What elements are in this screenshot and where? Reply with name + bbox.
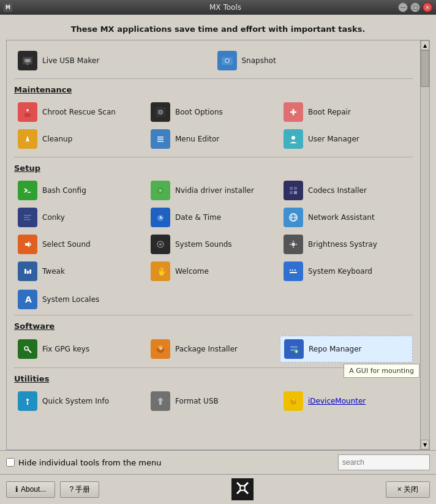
datetime-icon — [151, 208, 170, 227]
app-item-date-time[interactable]: Date & Time — [147, 205, 280, 230]
hide-tools-checkbox[interactable] — [6, 458, 15, 467]
app-item-system-sounds[interactable]: System Sounds — [147, 231, 280, 257]
scroll-panel[interactable]: Live USB Maker Snapshot — [6, 40, 420, 450]
user-manager-label: User Manager — [308, 135, 359, 143]
app-item-quick-system-info[interactable]: Quick System Info — [14, 388, 147, 414]
app-item-user-manager[interactable]: User Manager — [280, 126, 413, 152]
app-item-codecs-installer[interactable]: Codecs Installer — [280, 178, 413, 203]
scroll-down-button[interactable]: ▼ — [421, 440, 429, 449]
scroll-track[interactable] — [421, 50, 429, 440]
welcome-icon: ✋ — [151, 261, 170, 281]
fix-gpg-label: Fix GPG keys — [42, 345, 89, 353]
svg-text:+: + — [159, 345, 164, 352]
locales-icon: A — [18, 290, 37, 309]
app-item-bash-config[interactable]: Bash Config — [14, 178, 147, 203]
format-usb-label: Format USB — [175, 397, 219, 405]
repo-label: Repo Manager — [309, 345, 362, 353]
manual-label: ? 手册 — [69, 484, 90, 495]
svg-rect-34 — [290, 191, 293, 194]
svg-rect-21 — [157, 137, 164, 138]
svg-rect-33 — [294, 187, 297, 190]
app-item-welcome[interactable]: ✋ Welcome — [147, 258, 280, 284]
app-item-conky[interactable]: Conky — [14, 205, 147, 230]
app-item-boot-repair[interactable]: Boot Repair — [280, 99, 413, 125]
scrollbar[interactable]: ▲ ▼ — [420, 40, 430, 450]
footer-bar: ℹ About... ? 手册 × 关闭 — [0, 474, 436, 504]
app-item-nvidia-driver[interactable]: Nvidia driver installer — [147, 178, 280, 203]
app-item-fix-gpg-keys[interactable]: Fix GPG keys — [14, 336, 147, 363]
scroll-up-button[interactable]: ▲ — [421, 40, 429, 50]
svg-rect-38 — [24, 217, 29, 219]
fix-gpg-icon — [18, 339, 37, 359]
bash-icon — [18, 181, 37, 200]
app-item-system-keyboard[interactable]: System Keyboard — [280, 258, 413, 284]
manual-button[interactable]: ? 手册 — [60, 481, 99, 498]
quickinfo-icon — [18, 391, 37, 411]
app-item-snapshot[interactable]: Snapshot — [214, 48, 413, 73]
software-grid: Fix GPG keys + Package Installer Repo Ma… — [14, 333, 413, 365]
menu-editor-icon — [151, 129, 170, 149]
conky-icon — [18, 208, 37, 227]
app-item-menu-editor[interactable]: Menu Editor — [147, 126, 280, 152]
tooltip-box: A GUI for mounting — [344, 364, 419, 378]
maintenance-grid: Chroot Rescue Scan Boot Options Boot Rep… — [14, 97, 413, 154]
keyboard-label: System Keyboard — [308, 267, 372, 276]
app-item-tweak[interactable]: Tweak — [14, 258, 147, 284]
app-item-cleanup[interactable]: Cleanup — [14, 126, 147, 152]
app-item-boot-options[interactable]: Boot Options — [147, 99, 280, 125]
nvidia-icon — [151, 181, 170, 200]
svg-rect-87 — [27, 402, 28, 405]
top-items-row: Live USB Maker Snapshot — [14, 45, 413, 79]
format-usb-icon — [151, 391, 170, 411]
section-software-label: Software — [14, 318, 413, 333]
titlebar-close-button[interactable]: × — [423, 2, 432, 12]
scroll-thumb[interactable] — [421, 50, 429, 87]
svg-point-14 — [159, 111, 162, 113]
app-item-repo-manager[interactable]: Repo Manager — [280, 336, 413, 363]
svg-text:A: A — [25, 295, 32, 304]
search-input[interactable] — [338, 454, 430, 470]
about-label: About... — [21, 485, 46, 494]
sys-sounds-label: System Sounds — [175, 240, 232, 249]
app-item-brightness-systray[interactable]: Brightness Systray — [280, 231, 413, 257]
app-item-system-locales[interactable]: A System Locales — [14, 287, 149, 312]
tweak-icon — [18, 261, 37, 281]
package-icon: + — [151, 339, 170, 359]
svg-point-2 — [26, 59, 29, 62]
svg-rect-62 — [29, 269, 31, 274]
svg-point-95 — [240, 486, 245, 491]
snapshot-label: Snapshot — [242, 56, 276, 65]
package-label: Package Installer — [175, 345, 238, 353]
keyboard-icon — [284, 261, 303, 281]
window-title: MX Tools — [53, 3, 398, 12]
brightness-icon — [284, 235, 303, 254]
menu-editor-label: Menu Editor — [175, 135, 219, 143]
nvidia-label: Nvidia driver installer — [175, 186, 254, 195]
app-item-live-usb-maker[interactable]: Live USB Maker — [14, 48, 214, 73]
repo-icon — [284, 339, 304, 359]
svg-rect-66 — [290, 269, 291, 271]
svg-rect-39 — [24, 219, 31, 220]
datetime-label: Date & Time — [175, 213, 221, 222]
app-item-format-usb[interactable]: Format USB — [147, 388, 280, 414]
codecs-icon — [284, 181, 303, 200]
svg-point-86 — [26, 399, 29, 401]
svg-rect-67 — [292, 269, 293, 271]
divider-setup — [14, 315, 413, 315]
app-icon: M — [4, 3, 12, 12]
about-button[interactable]: ℹ About... — [6, 481, 55, 498]
titlebar-maximize-button[interactable]: □ — [410, 2, 420, 12]
boot-opt-icon — [151, 102, 170, 122]
app-item-network-assistant[interactable]: Network Assistant — [280, 205, 413, 230]
mx-logo-text — [234, 480, 251, 500]
cleanup-label: Cleanup — [42, 135, 72, 143]
app-item-select-sound[interactable]: Select Sound — [14, 231, 147, 257]
svg-point-25 — [291, 136, 295, 140]
app-item-idevice-mounter[interactable]: iDeviceMounter — [280, 388, 413, 414]
titlebar-buttons: — □ × — [398, 2, 432, 12]
bash-label: Bash Config — [42, 186, 86, 195]
close-button[interactable]: × 关闭 — [386, 481, 430, 498]
app-item-package-installer[interactable]: + Package Installer — [147, 336, 280, 363]
titlebar-minimize-button[interactable]: — — [398, 2, 408, 12]
app-item-chroot-rescue-scan[interactable]: Chroot Rescue Scan — [14, 99, 147, 125]
